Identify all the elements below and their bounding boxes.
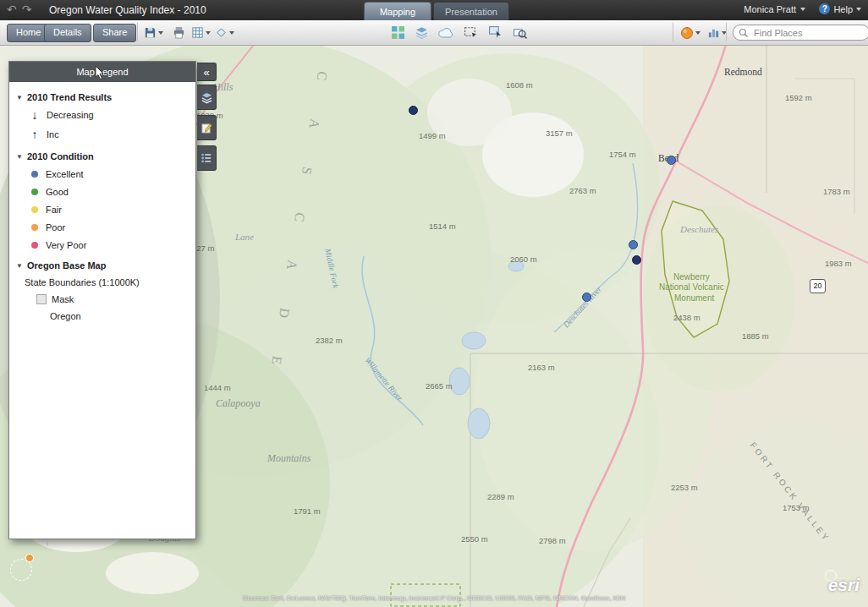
legend-section-header[interactable]: ▼ 2010 Trend Results — [16, 92, 189, 102]
pointer-window-icon — [488, 25, 503, 40]
user-menu[interactable]: Monica Pratt — [744, 4, 805, 14]
print-button[interactable] — [171, 24, 187, 41]
printer-icon — [173, 26, 185, 39]
map-label-elevation: 1885 m — [742, 331, 769, 341]
legend-item: ↑ Inc — [30, 128, 189, 141]
toolbar-divider — [726, 23, 727, 41]
search-icon — [739, 28, 749, 38]
map-label-monument: Monument — [674, 293, 714, 303]
layers-icon — [415, 25, 429, 40]
map-label-county: Deschutes — [680, 224, 718, 234]
find-places-search[interactable] — [733, 25, 868, 41]
map-marker-excellent[interactable] — [629, 240, 638, 249]
select-rectangle-icon — [464, 25, 478, 40]
legend-item: Fair — [31, 205, 189, 215]
orange-globe-icon — [680, 26, 694, 40]
legend-item-mask: Mask — [36, 294, 189, 304]
map-label-elevation: 1514 m — [429, 221, 456, 231]
map-label-elevation: 2253 m — [671, 483, 698, 492]
save-button[interactable] — [142, 24, 165, 41]
map-label-elevation: 1983 m — [825, 259, 852, 268]
map-label-elevation: 2550 m — [461, 534, 488, 544]
table-grid-icon — [191, 26, 204, 39]
very-poor-dot-icon — [31, 242, 38, 249]
tab-presentation[interactable]: Presentation — [433, 2, 509, 21]
map-marker-excellent[interactable] — [667, 156, 676, 165]
map-marker-trend-site[interactable] — [409, 106, 418, 115]
basemap-button[interactable] — [389, 24, 407, 41]
decreasing-arrow-icon: ↓ — [30, 108, 40, 122]
map-label-elevation: 1754 m — [609, 150, 636, 159]
map-attribution: Sources: Esri, DeLorme, NAVTEQ, TomTom, … — [0, 594, 868, 602]
legend-item: Good — [31, 187, 189, 197]
map-label-county: Lane — [235, 232, 254, 242]
map-marker-excellent[interactable] — [582, 293, 591, 302]
magnifier-area-icon — [513, 25, 527, 40]
page-title: Oregon Water Quality Index - 2010 — [49, 4, 206, 16]
increasing-arrow-icon: ↑ — [30, 128, 40, 141]
legend-section-header[interactable]: ▼ Oregon Base Map — [16, 260, 189, 271]
map-label-monument: Newberry — [673, 272, 710, 282]
collapse-triangle-icon: ▼ — [16, 262, 23, 270]
details-button[interactable]: Details — [44, 24, 91, 42]
map-label-elevation: 2798 m — [539, 536, 566, 545]
legend-item: ↓ Decreasing — [30, 108, 189, 122]
history-back-forward-icons[interactable]: ↶↷ — [7, 3, 36, 16]
cloud-analysis-button[interactable] — [437, 24, 455, 41]
collapse-triangle-icon: ▼ — [16, 94, 23, 101]
chart-button[interactable] — [706, 24, 728, 41]
cloud-icon — [438, 27, 453, 39]
tab-mapping[interactable]: Mapping — [364, 2, 431, 21]
map-label-elevation: 2289 m — [487, 492, 514, 501]
map-label-elevation: 2665 m — [426, 381, 453, 391]
directions-button[interactable] — [213, 24, 236, 41]
map-label-elevation: 2763 m — [569, 186, 596, 195]
layers-button[interactable] — [413, 24, 431, 41]
help-menu[interactable]: ? Help — [819, 3, 861, 14]
help-label: Help — [833, 4, 853, 14]
map-marker-trend-site[interactable] — [632, 255, 641, 265]
map-label-elevation: 1444 m — [204, 383, 231, 392]
map-label-elevation: 3157 m — [546, 129, 573, 138]
poor-dot-icon — [31, 224, 38, 231]
main-toolbar: Home Details Share — [0, 20, 868, 46]
legend-item-oregon: Oregon — [50, 311, 189, 321]
analysis-button[interactable] — [678, 24, 702, 41]
mouse-cursor — [95, 65, 105, 80]
share-button[interactable]: Share — [93, 24, 136, 42]
layers-panel-button[interactable] — [197, 85, 217, 110]
find-places-input[interactable] — [752, 27, 849, 39]
legend-section-basemap: ▼ Oregon Base Map State Boundaries (1:10… — [16, 260, 189, 321]
forward-icon[interactable]: ↷ — [22, 3, 37, 16]
map-label-range: Calapooya — [216, 397, 261, 410]
map-label-city: Redmond — [724, 67, 762, 77]
basemap-tiles-icon — [391, 25, 405, 40]
edit-panel-button[interactable] — [197, 115, 217, 140]
help-question-icon: ? — [819, 3, 830, 14]
legend-item: Poor — [31, 222, 189, 232]
mask-checkbox[interactable] — [36, 294, 47, 304]
table-button[interactable] — [190, 24, 212, 41]
map-label-elevation: 1499 m — [419, 131, 446, 140]
map-label-elevation: 2382 m — [316, 336, 343, 345]
map-marker-dashed-circle — [10, 559, 32, 581]
save-floppy-icon — [144, 26, 157, 39]
esri-globe-icon — [825, 570, 837, 582]
user-name: Monica Pratt — [744, 4, 796, 14]
route-diamond-icon — [215, 26, 228, 39]
legend-section-header[interactable]: ▼ 2010 Condition — [16, 151, 189, 161]
fair-dot-icon — [31, 206, 38, 213]
map-label-elevation: 1791 m — [294, 506, 321, 516]
map-label-elevation: 2163 m — [528, 363, 555, 372]
legend-item: Very Poor — [31, 240, 189, 250]
legend-list-panel-button[interactable] — [197, 145, 217, 171]
layers-icon — [201, 91, 213, 104]
measure-button[interactable] — [511, 24, 529, 41]
back-icon[interactable]: ↶ — [7, 3, 22, 16]
collapse-panel-button[interactable]: « — [197, 63, 217, 81]
edit-pencil-icon — [201, 122, 213, 134]
map-label-range: Mountains — [267, 452, 310, 465]
feature-inspect-button[interactable] — [486, 24, 504, 41]
select-tool-button[interactable] — [462, 24, 480, 41]
chevron-down-icon — [800, 8, 805, 11]
